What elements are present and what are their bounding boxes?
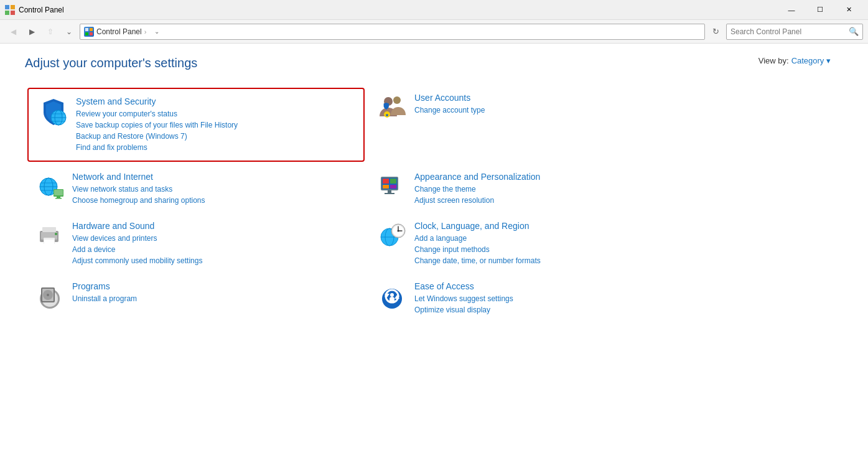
system-security-icon (39, 96, 68, 126)
svg-rect-0 (5, 5, 9, 9)
down-button[interactable]: ⌄ (61, 24, 77, 40)
appearance-link-1[interactable]: Change the theme (414, 184, 699, 195)
category-network-internet[interactable]: Network and Internet View network status… (25, 164, 367, 213)
svg-rect-5 (90, 28, 93, 31)
search-icon[interactable]: 🔍 (849, 27, 859, 36)
view-by-container: View by: Category ▾ (758, 56, 831, 65)
svg-rect-24 (54, 190, 63, 195)
hardware-sound-link-3[interactable]: Adjust commonly used mobility settings (72, 255, 357, 266)
clock-language-link-3[interactable]: Change date, time, or number formats (414, 255, 699, 266)
addressbar: ◀ ▶ ⇧ ⌄ Control Panel › ⌄ ↻ 🔍 (0, 20, 868, 44)
search-input[interactable] (730, 27, 849, 36)
system-security-link-1[interactable]: Review your computer's status (76, 108, 353, 119)
appearance-title[interactable]: Appearance and Personalization (414, 172, 699, 182)
titlebar: Control Panel — ☐ ✕ (0, 0, 868, 20)
category-hardware-sound[interactable]: Hardware and Sound View devices and prin… (25, 213, 367, 274)
view-by-value[interactable]: Category ▾ (791, 56, 831, 65)
network-internet-title[interactable]: Network and Internet (72, 172, 357, 182)
svg-rect-7 (90, 32, 93, 35)
svg-rect-25 (57, 197, 60, 198)
programs-content: Programs Uninstall a program (72, 281, 357, 304)
clock-language-link-2[interactable]: Change input methods (414, 244, 699, 255)
clock-language-icon (377, 221, 407, 251)
close-button[interactable]: ✕ (834, 0, 863, 20)
network-internet-icon (35, 172, 65, 202)
system-security-link-2[interactable]: Save backup copies of your files with Fi… (76, 119, 353, 131)
minimize-button[interactable]: — (777, 0, 806, 20)
app-icon (5, 5, 15, 15)
user-accounts-content: User Accounts Change account type (414, 93, 699, 116)
svg-rect-34 (385, 193, 394, 194)
programs-title[interactable]: Programs (72, 281, 357, 291)
hardware-sound-content: Hardware and Sound View devices and prin… (72, 221, 357, 266)
category-clock-language[interactable]: Clock, Language, and Region Add a langua… (367, 213, 709, 274)
category-appearance[interactable]: Appearance and Personalization Change th… (367, 164, 709, 213)
svg-rect-32 (390, 185, 396, 189)
hardware-sound-link-1[interactable]: View devices and printers (72, 233, 357, 244)
svg-rect-4 (85, 28, 88, 31)
system-security-link-3[interactable]: Backup and Restore (Windows 7) (76, 131, 353, 142)
ease-of-access-title[interactable]: Ease of Access (414, 281, 699, 291)
breadcrumb-root: Control Panel (96, 27, 142, 36)
ease-of-access-link-2[interactable]: Optimize visual display (414, 304, 699, 315)
up-button[interactable]: ⇧ (42, 24, 58, 40)
category-user-accounts[interactable]: User Accounts Change account type (367, 85, 709, 164)
svg-rect-37 (42, 227, 56, 232)
user-accounts-icon (377, 93, 407, 123)
ease-of-access-icon (377, 281, 407, 311)
refresh-button[interactable]: ↻ (707, 24, 724, 40)
category-ease-of-access[interactable]: Ease of Access Let Windows suggest setti… (367, 274, 709, 323)
svg-rect-40 (44, 240, 54, 245)
svg-point-61 (390, 293, 394, 297)
address-icon (84, 27, 94, 37)
clock-language-title[interactable]: Clock, Language, and Region (414, 221, 699, 231)
svg-point-49 (398, 230, 399, 232)
system-security-content: System and Security Review your computer… (76, 96, 353, 153)
hardware-sound-icon (35, 221, 65, 251)
address-dropdown[interactable]: ⌄ (149, 24, 165, 40)
svg-point-57 (47, 294, 49, 296)
appearance-content: Appearance and Personalization Change th… (414, 172, 699, 206)
appearance-link-2[interactable]: Adjust screen resolution (414, 195, 699, 206)
svg-point-15 (393, 96, 401, 104)
maximize-button[interactable]: ☐ (806, 0, 834, 20)
page-title: Adjust your computer's settings (25, 56, 843, 70)
window-title: Control Panel (19, 6, 777, 14)
programs-link-1[interactable]: Uninstall a program (72, 293, 357, 304)
network-internet-content: Network and Internet View network status… (72, 172, 357, 206)
clock-language-link-1[interactable]: Add a language (414, 233, 699, 244)
category-system-security[interactable]: System and Security Review your computer… (27, 88, 365, 162)
network-internet-link-1[interactable]: View network status and tasks (72, 184, 357, 195)
svg-rect-30 (390, 179, 396, 184)
clock-language-content: Clock, Language, and Region Add a langua… (414, 221, 699, 266)
system-security-link-4[interactable]: Find and fix problems (76, 142, 353, 153)
categories-grid: System and Security Review your computer… (25, 85, 709, 323)
view-by-label: View by: (758, 56, 789, 65)
hardware-sound-link-2[interactable]: Add a device (72, 244, 357, 255)
svg-rect-6 (85, 32, 88, 35)
window-controls: — ☐ ✕ (777, 0, 863, 20)
breadcrumb-separator: › (144, 28, 147, 35)
svg-rect-26 (55, 198, 62, 199)
ease-of-access-link-1[interactable]: Let Windows suggest settings (414, 293, 699, 304)
address-bar[interactable]: Control Panel › ⌄ (80, 24, 705, 40)
ease-of-access-content: Ease of Access Let Windows suggest setti… (414, 281, 699, 315)
main-content: Adjust your computer's settings View by:… (0, 44, 868, 453)
appearance-icon (377, 172, 407, 202)
search-box[interactable]: 🔍 (726, 24, 863, 40)
forward-button[interactable]: ▶ (24, 24, 40, 40)
user-accounts-link-1[interactable]: Change account type (414, 105, 699, 116)
svg-rect-2 (5, 11, 9, 15)
svg-rect-31 (383, 185, 389, 189)
programs-icon (35, 281, 65, 311)
network-internet-link-2[interactable]: Choose homegroup and sharing options (72, 195, 357, 206)
system-security-title[interactable]: System and Security (76, 96, 353, 106)
hardware-sound-title[interactable]: Hardware and Sound (72, 221, 357, 231)
back-button[interactable]: ◀ (5, 24, 21, 40)
svg-rect-1 (11, 5, 15, 9)
svg-point-39 (55, 233, 57, 235)
user-accounts-title[interactable]: User Accounts (414, 93, 699, 103)
svg-rect-3 (11, 11, 15, 15)
category-programs[interactable]: Programs Uninstall a program (25, 274, 367, 323)
svg-rect-33 (388, 190, 391, 193)
